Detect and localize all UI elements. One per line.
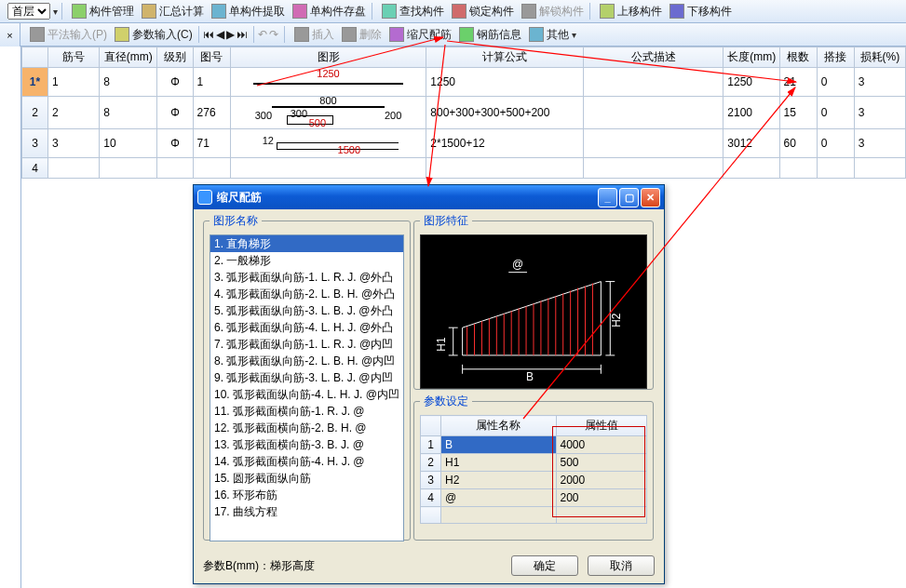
btn-moveup[interactable]: 上移构件 (617, 4, 662, 20)
prop-name-3[interactable]: @ (441, 489, 557, 507)
col-shape-no[interactable]: 图号 (193, 47, 230, 68)
cell-level[interactable]: Φ (157, 97, 193, 129)
col-length[interactable]: 长度(mm) (723, 47, 779, 68)
table-row[interactable]: 228Φ276 800 300 300 500 200800+300+300+5… (22, 97, 906, 129)
cell-count[interactable]: 60 (779, 129, 817, 158)
cell-formula[interactable] (426, 158, 584, 179)
cell-diameter[interactable]: 10 (100, 129, 157, 158)
col-desc[interactable]: 公式描述 (583, 47, 723, 68)
btn-find[interactable]: 查找构件 (399, 4, 444, 20)
prop-val-0[interactable]: 4000 (556, 436, 647, 454)
cell-lap[interactable]: 0 (817, 97, 854, 129)
cancel-button[interactable]: 取消 (588, 555, 655, 576)
btn-scale-rebar[interactable]: 缩尺配筋 (407, 27, 452, 43)
row-header[interactable]: 3 (22, 129, 48, 158)
cell-rebar-no[interactable]: 3 (48, 129, 100, 158)
cell-formula[interactable]: 1250 (426, 68, 584, 97)
list-item[interactable]: 16. 环形布筋 (210, 487, 403, 503)
list-item[interactable]: 11. 弧形截面横向筋-1. R. J. @ (210, 403, 403, 420)
list-item[interactable]: 17. 曲线方程 (210, 503, 403, 520)
cell-level[interactable] (157, 158, 193, 179)
prop-val-1[interactable]: 500 (556, 454, 647, 472)
shape-names-list[interactable]: 1. 直角梯形2. 一般梯形3. 弧形截面纵向筋-1. L. R. J. @外凸… (210, 234, 404, 541)
cell-loss[interactable]: 3 (854, 129, 905, 158)
cell-desc[interactable] (583, 158, 723, 179)
cell-loss[interactable] (854, 158, 905, 179)
cell-lap[interactable] (817, 158, 854, 179)
prop-val-2[interactable]: 2000 (556, 472, 647, 489)
table-row[interactable]: 1*18Φ1 1250 125012502103 (22, 68, 906, 97)
prop-val-3[interactable]: 200 (556, 489, 647, 507)
cell-shape-no[interactable]: 276 (193, 97, 230, 129)
cell-desc[interactable] (583, 97, 723, 129)
cell-length[interactable]: 3012 (723, 129, 779, 158)
col-rebar-no[interactable]: 筋号 (48, 47, 100, 68)
rebar-grid[interactable]: 筋号 直径(mm) 级别 图号 图形 计算公式 公式描述 长度(mm) 根数 搭… (21, 47, 906, 179)
btn-extract[interactable]: 单构件提取 (229, 4, 285, 20)
cell-shape[interactable] (230, 158, 426, 179)
layer-select[interactable]: 首层 (7, 3, 50, 20)
layer-dropdown[interactable]: 首层 (4, 3, 58, 20)
cell-shape-no[interactable]: 1 (193, 68, 230, 97)
col-loss[interactable]: 损耗(%) (854, 47, 905, 68)
cell-loss[interactable]: 3 (854, 68, 905, 97)
table-row[interactable]: 4 (22, 158, 906, 179)
cell-level[interactable]: Φ (157, 129, 193, 158)
cell-count[interactable]: 21 (779, 68, 817, 97)
col-shape[interactable]: 图形 (230, 47, 426, 68)
list-item[interactable]: 8. 弧形截面纵向筋-2. L. B. H. @内凹 (210, 353, 403, 369)
cell-level[interactable]: Φ (157, 68, 193, 97)
prop-name-2[interactable]: H2 (441, 472, 557, 489)
col-level[interactable]: 级别 (157, 47, 193, 68)
cell-desc[interactable] (583, 129, 723, 158)
col-diameter[interactable]: 直径(mm) (100, 47, 157, 68)
cell-rebar-no[interactable]: 1 (48, 68, 100, 97)
list-item[interactable]: 1. 直角梯形 (210, 235, 403, 252)
list-item[interactable]: 15. 圆形截面纵向筋 (210, 470, 403, 487)
cell-count[interactable]: 15 (779, 97, 817, 129)
btn-lock[interactable]: 锁定构件 (469, 4, 514, 20)
cell-shape[interactable]: 800 300 300 500 200 (230, 97, 426, 129)
cell-formula[interactable]: 2*1500+12 (426, 129, 584, 158)
list-item[interactable]: 10. 弧形截面纵向筋-4. L. H. J. @内凹 (210, 386, 403, 403)
btn-sum[interactable]: 汇总计算 (159, 4, 204, 20)
cell-diameter[interactable]: 8 (100, 97, 157, 129)
prop-name-1[interactable]: H1 (441, 454, 557, 472)
cell-rebar-no[interactable] (48, 158, 100, 179)
list-item[interactable]: 6. 弧形截面纵向筋-4. L. H. J. @外凸 (210, 319, 403, 336)
cell-shape-no[interactable]: 71 (193, 129, 230, 158)
list-item[interactable]: 12. 弧形截面横向筋-2. B. H. @ (210, 420, 403, 436)
cell-loss[interactable]: 3 (854, 97, 905, 129)
cell-length[interactable]: 2100 (723, 97, 779, 129)
cell-length[interactable] (723, 158, 779, 179)
nav-last[interactable]: ⏭ (237, 28, 248, 41)
cell-lap[interactable]: 0 (817, 129, 854, 158)
cell-desc[interactable] (583, 68, 723, 97)
row-header[interactable]: 2 (22, 97, 48, 129)
prop-name-0[interactable]: B (441, 436, 557, 454)
nav-first[interactable]: ⏮ (203, 28, 214, 41)
btn-other[interactable]: 其他 (547, 27, 576, 43)
list-item[interactable]: 3. 弧形截面纵向筋-1. L. R. J. @外凸 (210, 269, 403, 286)
dialog-titlebar[interactable]: 缩尺配筋 _ ▢ ✕ (194, 185, 664, 209)
btn-manage[interactable]: 构件管理 (89, 4, 134, 20)
row-header[interactable]: 1* (22, 68, 48, 97)
cell-shape[interactable]: 1250 (230, 68, 426, 97)
col-count[interactable]: 根数 (779, 47, 817, 68)
col-lap[interactable]: 搭接 (817, 47, 854, 68)
cell-lap[interactable]: 0 (817, 68, 854, 97)
cell-shape-no[interactable] (193, 158, 230, 179)
minimize-button[interactable]: _ (598, 188, 617, 207)
list-item[interactable]: 9. 弧形截面纵向筋-3. L. B. J. @内凹 (210, 369, 403, 386)
cell-diameter[interactable] (100, 158, 157, 179)
list-item[interactable]: 4. 弧形截面纵向筋-2. L. B. H. @外凸 (210, 286, 403, 302)
btn-rebar-info[interactable]: 钢筋信息 (477, 27, 521, 43)
cell-rebar-no[interactable]: 2 (48, 97, 100, 129)
btn-movedown[interactable]: 下移构件 (687, 4, 732, 20)
close-panel-button[interactable]: × (0, 23, 20, 47)
cell-formula[interactable]: 800+300+300+500+200 (426, 97, 584, 129)
table-row[interactable]: 3310Φ71 12 15002*1500+1230126003 (22, 129, 906, 158)
cell-count[interactable] (779, 158, 817, 179)
list-item[interactable]: 7. 弧形截面纵向筋-1. L. R. J. @内凹 (210, 336, 403, 353)
close-button[interactable]: ✕ (641, 188, 660, 207)
